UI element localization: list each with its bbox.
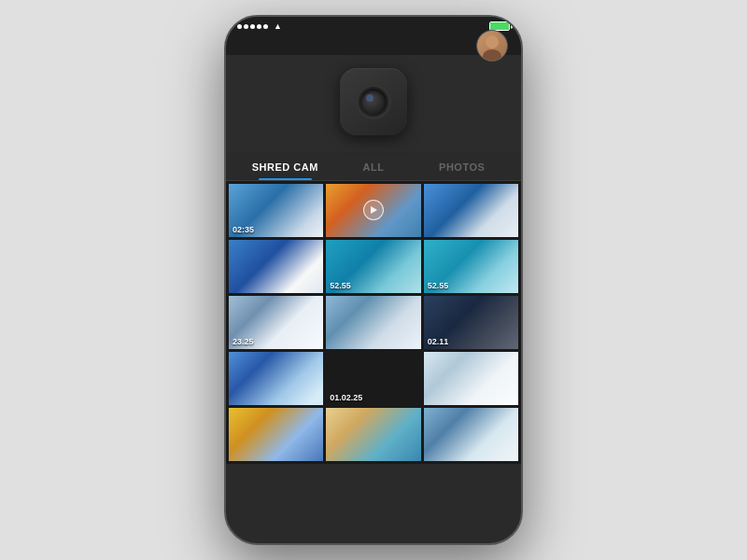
- thumbnail-1[interactable]: 02:35: [229, 184, 323, 237]
- thumbnail-3[interactable]: [424, 184, 518, 237]
- status-left: ▲: [237, 21, 282, 31]
- thumbnail-10[interactable]: [229, 352, 323, 405]
- status-bar: ▲: [226, 17, 521, 35]
- avatar-image: [477, 31, 507, 61]
- thumbnail-4[interactable]: [229, 240, 323, 293]
- tab-all[interactable]: ALL: [330, 152, 418, 180]
- play-button[interactable]: [363, 200, 384, 220]
- duration-label: 52.55: [428, 281, 449, 290]
- avatar[interactable]: [476, 30, 508, 62]
- signal-dots: [237, 24, 268, 29]
- tab-photos[interactable]: PHOTOS: [417, 152, 506, 180]
- thumb-background: [326, 408, 420, 461]
- thumb-background: [326, 296, 420, 349]
- camera-section: [226, 55, 521, 152]
- phone-frame: ▲ SHRED CAM ALL PHOT: [224, 15, 523, 545]
- thumbnail-13[interactable]: [229, 408, 323, 461]
- thumbnail-6[interactable]: 52.55: [424, 240, 518, 293]
- duration-label: 01.02.25: [330, 393, 362, 402]
- tabs-bar: SHRED CAM ALL PHOTOS: [226, 152, 521, 181]
- thumbnail-7[interactable]: 23.25: [229, 296, 323, 349]
- header: [226, 35, 521, 55]
- thumbnail-14[interactable]: [326, 408, 420, 461]
- media-content: 02:3552.5552.5523.2502.1101.02.25: [226, 181, 521, 464]
- thumb-background: [424, 408, 518, 461]
- media-grid: 02:3552.5552.5523.2502.1101.02.25: [226, 181, 521, 464]
- thumbnail-2[interactable]: [326, 184, 420, 237]
- duration-label: 02:35: [233, 225, 254, 234]
- camera-icon[interactable]: [340, 68, 407, 135]
- thumbnail-5[interactable]: 52.55: [326, 240, 420, 293]
- tab-shred-cam[interactable]: SHRED CAM: [241, 152, 330, 180]
- thumb-background: [229, 352, 323, 405]
- thumb-background: [424, 184, 518, 237]
- duration-label: 52.55: [330, 281, 351, 290]
- play-icon: [371, 206, 377, 214]
- thumbnail-12[interactable]: [424, 352, 518, 405]
- thumb-background: [229, 240, 323, 293]
- wifi-icon: ▲: [274, 21, 282, 31]
- thumb-background: [424, 352, 518, 405]
- thumb-background: [229, 408, 323, 461]
- thumbnail-11[interactable]: 01.02.25: [326, 352, 420, 405]
- duration-label: 23.25: [233, 337, 254, 346]
- camera-lens: [359, 87, 388, 117]
- duration-label: 02.11: [428, 337, 449, 346]
- thumbnail-15[interactable]: [424, 408, 518, 461]
- thumbnail-9[interactable]: 02.11: [424, 296, 518, 349]
- thumbnail-8[interactable]: [326, 296, 420, 349]
